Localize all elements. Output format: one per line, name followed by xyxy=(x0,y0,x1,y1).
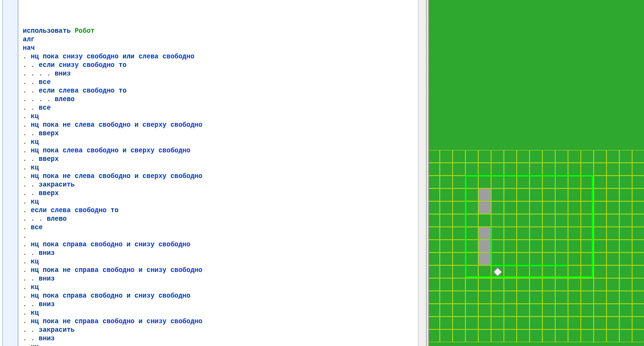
code-line[interactable]: . кц xyxy=(23,257,418,266)
code-line[interactable]: . . вверх xyxy=(23,189,418,197)
grid-cell xyxy=(429,240,440,252)
grid-cell xyxy=(453,278,465,291)
code-line[interactable]: . если слева свободно то xyxy=(23,206,418,215)
token-kw: кц xyxy=(31,283,39,291)
code-line[interactable]: . кц xyxy=(23,343,418,346)
token-kw: кц xyxy=(31,198,39,206)
token-kw: использовать xyxy=(23,27,75,35)
code-line[interactable]: . кц xyxy=(23,197,418,206)
grid-cell xyxy=(530,278,542,291)
grid-cell xyxy=(465,278,478,291)
token-dot: . . xyxy=(23,335,39,342)
grid-cell xyxy=(606,214,619,227)
code-line[interactable]: использовать Робот xyxy=(23,27,418,35)
grid-cell xyxy=(581,150,594,163)
code-line[interactable]: . нц пока не слева свободно и сверху сво… xyxy=(23,172,418,180)
grid-cell xyxy=(517,304,530,317)
token-cond: сверху свободно xyxy=(131,147,190,154)
code-line[interactable]: . кц xyxy=(23,283,418,291)
code-line[interactable]: . . вверх xyxy=(23,155,418,163)
code-line[interactable]: . . закрасить xyxy=(23,326,418,334)
grid-cell xyxy=(453,317,465,329)
token-cond: сверху свободно xyxy=(142,121,202,129)
grid-cell xyxy=(465,317,478,329)
code-line[interactable]: . нц пока не справа свободно и снизу сво… xyxy=(23,266,418,274)
grid-cell xyxy=(568,278,581,291)
grid-cell xyxy=(606,163,619,176)
grid-cell xyxy=(465,150,478,163)
token-dot: . . xyxy=(23,78,39,86)
code-line[interactable]: . . вниз xyxy=(23,274,418,283)
grid-cell xyxy=(555,329,568,342)
token-kw: все xyxy=(39,78,51,86)
grid-cell xyxy=(530,150,542,163)
grid-cell xyxy=(530,163,542,176)
grid-cell xyxy=(429,291,440,304)
code-line[interactable]: . . все xyxy=(23,103,418,112)
code-line[interactable]: . . если снизу свободно то xyxy=(23,61,418,69)
grid-cell xyxy=(453,188,465,201)
code-line[interactable]: . . вниз xyxy=(23,249,418,257)
code-line[interactable]: . нц пока справа свободно и снизу свобод… xyxy=(23,291,418,300)
robot-field[interactable] xyxy=(453,176,632,317)
code-line[interactable]: . . вверх xyxy=(23,129,418,138)
editor-scrollbar[interactable] xyxy=(418,0,426,346)
token-kw: нц пока не xyxy=(31,121,75,129)
code-line[interactable]: . нц пока не справа свободно и снизу сво… xyxy=(23,317,418,326)
code-line[interactable]: . . если слева свободно то xyxy=(23,86,418,95)
inner-wall xyxy=(491,265,568,266)
token-cond: снизу свободно xyxy=(146,318,202,325)
grid-cell xyxy=(504,291,517,304)
code-line[interactable]: . кц xyxy=(23,309,418,317)
code-line[interactable]: . . закрасить xyxy=(23,180,418,189)
token-dot: . xyxy=(23,164,31,171)
token-dot: . . xyxy=(23,155,39,163)
code-line[interactable]: . нц пока слева свободно и сверху свобод… xyxy=(23,146,418,155)
code-line[interactable]: . кц xyxy=(23,112,418,121)
grid-cell xyxy=(555,150,568,163)
token-cond: снизу свободно xyxy=(63,53,119,60)
grid-cell xyxy=(465,291,478,304)
token-dot: . xyxy=(23,309,31,317)
token-kw: кц xyxy=(31,112,39,120)
token-cond: снизу свободно xyxy=(134,292,190,299)
code-line[interactable]: . нц пока снизу свободно или слева свобо… xyxy=(23,52,418,61)
token-kw: и xyxy=(119,147,131,154)
token-dot: . . xyxy=(23,87,39,94)
code-line[interactable]: . . . . вниз xyxy=(23,69,418,78)
grid-cell xyxy=(555,278,568,291)
grid-cell xyxy=(517,291,530,304)
token-dot: . xyxy=(23,266,31,274)
grid-cell xyxy=(465,304,478,317)
token-kw: нц пока xyxy=(31,147,63,154)
code-line[interactable]: . xyxy=(23,232,418,240)
code-line[interactable]: . кц xyxy=(23,163,418,172)
code-line[interactable]: . . все xyxy=(23,78,418,86)
grid-cell xyxy=(594,176,606,188)
grid-cell xyxy=(440,317,453,329)
code-line[interactable]: . кц xyxy=(23,138,418,146)
code-line[interactable]: . нц пока не слева свободно и сверху сво… xyxy=(23,121,418,129)
token-mod: Робот xyxy=(75,27,95,35)
token-kw: и xyxy=(131,172,142,180)
code-line[interactable]: . . . влево xyxy=(23,215,418,223)
grid-cell xyxy=(517,163,530,176)
grid-cell xyxy=(504,329,517,342)
grid-cell xyxy=(478,329,491,342)
code-line[interactable]: . нц пока справа свободно и снизу свобод… xyxy=(23,240,418,249)
code-editor-pane: 1234567891011121314151617181920212223242… xyxy=(0,0,418,346)
grid-cell xyxy=(429,317,440,329)
code-line[interactable]: . все xyxy=(23,223,418,232)
token-dot: . . xyxy=(23,189,39,197)
code-line[interactable]: . . вниз xyxy=(23,300,418,309)
token-cond: слева свободно xyxy=(139,53,195,60)
code-line[interactable]: нач xyxy=(23,44,418,52)
grid-cell xyxy=(568,150,581,163)
code-area[interactable]: использовать Роботалгнач. нц пока снизу … xyxy=(19,0,418,346)
grid-cell xyxy=(594,317,606,329)
code-line[interactable]: . . . . влево xyxy=(23,95,418,103)
code-line[interactable]: . . вниз xyxy=(23,334,418,343)
grid-cell xyxy=(429,188,440,201)
code-line[interactable]: алг xyxy=(23,35,418,44)
grid-cell xyxy=(606,252,619,265)
